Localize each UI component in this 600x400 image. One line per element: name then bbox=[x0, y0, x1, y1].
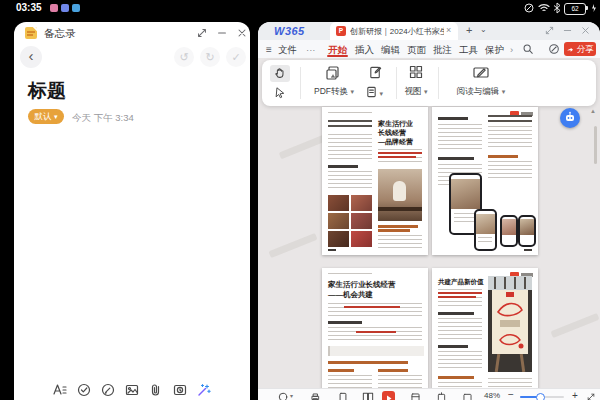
hamburger-icon[interactable]: ≡ bbox=[266, 44, 272, 55]
handwriting-icon[interactable] bbox=[100, 382, 116, 398]
zoom-level[interactable]: 48% bbox=[484, 391, 500, 400]
scroll-up-arrow-icon[interactable]: ▲ bbox=[590, 108, 596, 114]
food-photo bbox=[351, 213, 372, 229]
pdf-page-spread1-left[interactable]: 家生活行业 长线经营 —品牌经营 bbox=[322, 107, 428, 255]
pdf-page-spread2-right[interactable]: 共建产品新价值 bbox=[432, 268, 538, 400]
menu-insert[interactable]: 插入 bbox=[355, 44, 374, 57]
rotate-page-icon[interactable] bbox=[436, 392, 447, 400]
read-edit-button[interactable]: 阅读与编辑 ▾ bbox=[448, 86, 514, 98]
select-cursor-icon[interactable] bbox=[274, 86, 287, 99]
document-canvas[interactable] bbox=[258, 58, 600, 400]
chevron-down-icon: ▾ bbox=[379, 90, 383, 97]
wps-tabbar: W365 P 创新研报｜2024小红书家生活行 × + ⌄ bbox=[258, 22, 600, 40]
ai-assistant-fab[interactable] bbox=[560, 108, 580, 128]
play-icon bbox=[382, 392, 395, 400]
close-window-icon[interactable] bbox=[236, 27, 248, 39]
text-format-icon[interactable] bbox=[52, 382, 68, 398]
orange-subhead bbox=[438, 376, 474, 379]
minimize-window-icon[interactable] bbox=[216, 27, 228, 39]
wps-logo[interactable]: W365 bbox=[274, 25, 305, 37]
ribbon-separator bbox=[438, 67, 439, 99]
page-edit-icon[interactable] bbox=[368, 65, 383, 80]
undo-button[interactable]: ↺ bbox=[174, 47, 194, 67]
hand-tool-button[interactable] bbox=[270, 65, 290, 82]
menu-tools[interactable]: 工具 bbox=[459, 44, 478, 57]
status-bar: 03:35 62 bbox=[0, 0, 600, 16]
fit-width-icon[interactable] bbox=[462, 392, 473, 400]
chevron-down-icon: ▾ bbox=[350, 88, 354, 95]
note-title[interactable]: 标题 bbox=[28, 78, 66, 104]
chevron-down-icon: ▾ bbox=[424, 88, 428, 95]
fullscreen-icon[interactable] bbox=[586, 392, 596, 400]
text-placeholder bbox=[328, 134, 372, 160]
menu-overflow-chevron-icon[interactable]: › bbox=[510, 44, 513, 55]
view-button[interactable]: 视图 ▾ bbox=[400, 86, 432, 98]
menu-page[interactable]: 页面 bbox=[407, 44, 426, 57]
back-button[interactable]: ‹ bbox=[20, 46, 42, 68]
battery-percent: 62 bbox=[571, 5, 578, 12]
bluetooth-icon bbox=[553, 2, 561, 14]
share-button[interactable]: 分享 bbox=[564, 42, 596, 56]
minimize-window-icon[interactable] bbox=[562, 25, 573, 36]
food-photo bbox=[351, 195, 372, 211]
page-number bbox=[524, 249, 532, 251]
zoom-slider-knob[interactable] bbox=[536, 393, 545, 400]
double-page-icon[interactable] bbox=[362, 392, 374, 400]
crop-view-icon[interactable] bbox=[410, 392, 421, 400]
tab-list-icon[interactable]: ⌄ bbox=[480, 25, 487, 34]
resize-window-icon[interactable] bbox=[196, 27, 208, 39]
menu-edit[interactable]: 编辑 bbox=[381, 44, 400, 57]
redo-button[interactable]: ↻ bbox=[200, 47, 220, 67]
menu-comment[interactable]: 批注 bbox=[433, 44, 452, 57]
phone-mockup bbox=[518, 215, 536, 247]
ribbon-panel: PDF转换 ▾ ▾ 视图 ▾ bbox=[262, 60, 596, 106]
page-number bbox=[328, 249, 336, 251]
food-photo bbox=[328, 195, 349, 211]
zoom-in-button[interactable]: + bbox=[572, 390, 578, 400]
phone-screen-photo bbox=[451, 179, 480, 209]
confirm-button[interactable]: ✓ bbox=[226, 47, 246, 67]
read-edit-icon bbox=[472, 65, 490, 80]
headline-placeholder bbox=[328, 120, 372, 129]
zoom-out-button[interactable]: − bbox=[508, 389, 514, 400]
display-mode-icon[interactable] bbox=[548, 43, 560, 55]
status-time: 03:35 bbox=[16, 2, 42, 13]
notes-app-icon-line bbox=[27, 31, 35, 33]
tab-close-icon[interactable]: × bbox=[446, 25, 451, 35]
view-label: 视图 bbox=[405, 86, 422, 96]
pdf-page-spread1-right[interactable] bbox=[432, 107, 538, 255]
text-placeholder bbox=[488, 126, 532, 150]
play-mode-button[interactable] bbox=[382, 391, 395, 400]
ai-assistant-icon[interactable] bbox=[196, 382, 212, 398]
phone-mockup bbox=[500, 215, 518, 247]
close-window-icon[interactable] bbox=[580, 25, 591, 36]
resize-window-icon[interactable] bbox=[544, 25, 555, 36]
note-editor[interactable]: 标题 默认 ▾ 今天 下午 3:34 bbox=[14, 74, 250, 380]
red-underline-text bbox=[378, 152, 422, 154]
page-extract-button[interactable]: ▾ bbox=[366, 86, 390, 98]
scan-card-icon[interactable] bbox=[172, 382, 188, 398]
page-icon bbox=[366, 86, 377, 98]
hand-icon bbox=[273, 66, 287, 80]
scrollbar-thumb[interactable] bbox=[594, 126, 597, 164]
search-icon[interactable] bbox=[522, 43, 534, 55]
notes-navbar: ‹ ↺ ↻ ✓ bbox=[14, 44, 250, 74]
attachment-icon[interactable] bbox=[148, 382, 164, 398]
more-menu-icon[interactable]: ··· bbox=[306, 44, 316, 55]
checklist-icon[interactable] bbox=[76, 382, 92, 398]
document-tab[interactable]: P 创新研报｜2024小红书家生活行 × bbox=[330, 22, 458, 40]
red-underline-text bbox=[438, 292, 482, 294]
pdf-page-spread2-left[interactable]: 家生活行业长线经营 ——机会共建 bbox=[322, 268, 428, 400]
insert-image-icon[interactable] bbox=[124, 382, 140, 398]
chevron-down-icon[interactable]: ▾ bbox=[290, 392, 293, 399]
pdf-convert-button[interactable]: PDF转换 ▾ bbox=[308, 86, 360, 98]
read-aloud-icon[interactable] bbox=[278, 392, 288, 400]
print-icon[interactable] bbox=[310, 392, 321, 400]
single-page-icon[interactable] bbox=[338, 392, 348, 400]
red-underline-text bbox=[344, 306, 400, 308]
quote-box bbox=[328, 346, 424, 356]
menu-protect[interactable]: 保护 bbox=[485, 44, 504, 57]
menu-file[interactable]: 文件 bbox=[278, 44, 297, 57]
new-tab-button[interactable]: + bbox=[466, 24, 472, 36]
note-category-tag[interactable]: 默认 ▾ bbox=[28, 109, 64, 124]
